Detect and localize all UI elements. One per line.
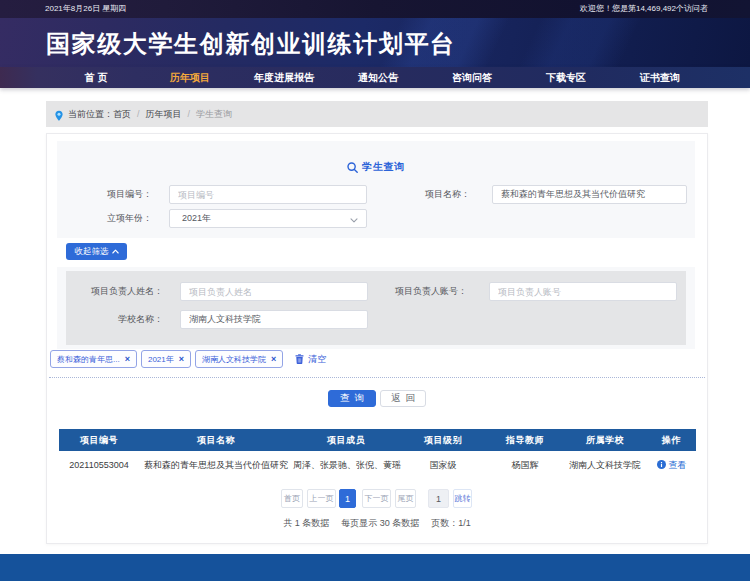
content-card: 学生查询 项目编号： 项目名称： 立项年份： 2021年 收起筛选 项目负责人姓… <box>46 133 708 544</box>
school-input[interactable] <box>180 310 368 329</box>
summary-per-page: 每页显示 30 条数据 <box>341 517 419 530</box>
breadcrumb-separator: / <box>188 109 191 119</box>
visitor-counter: 欢迎您！您是第14,469,492个访问者 <box>580 0 708 18</box>
filter-tag-text: 2021年 <box>148 354 174 365</box>
page-first-button[interactable]: 首页 <box>281 489 303 508</box>
breadcrumb-section[interactable]: 历年项目 <box>146 108 182 121</box>
main-nav: 首 页 历年项目 年度进展报告 通知公告 咨询问答 下载专区 证书查询 <box>0 67 750 88</box>
table-row: 202110553004 蔡和森的青年思想及其当代价值研究 周泽、张景驰、张倪、… <box>59 451 696 479</box>
col-header-members: 项目成员 <box>293 429 399 451</box>
nav-item-downloads[interactable]: 下载专区 <box>519 67 613 88</box>
close-icon[interactable]: × <box>179 355 184 364</box>
project-name-input[interactable] <box>492 185 687 204</box>
col-header-teacher: 指导教师 <box>487 429 563 451</box>
nav-item-certificate[interactable]: 证书查询 <box>613 67 707 88</box>
view-link-label: 查看 <box>669 460 687 470</box>
year-select-value: 2021年 <box>182 210 211 227</box>
summary-pages: 页数：1/1 <box>431 517 471 530</box>
info-icon <box>657 460 666 469</box>
page-jump-input[interactable] <box>428 489 449 508</box>
col-header-code: 项目编号 <box>59 429 139 451</box>
chevron-down-icon <box>350 218 358 223</box>
leader-account-input[interactable] <box>489 282 677 301</box>
cell-project-name: 蔡和森的青年思想及其当代价值研究 <box>139 451 293 479</box>
filter-tags-row: 蔡和森的青年思... × 2021年 × 湖南人文科技学院 × 清空 <box>50 350 326 368</box>
view-link[interactable]: 查看 <box>657 460 687 470</box>
nav-item-qa[interactable]: 咨询问答 <box>425 67 519 88</box>
cell-action: 查看 <box>647 451 696 479</box>
breadcrumb-separator: / <box>137 109 140 119</box>
filter-tag-text: 湖南人文科技学院 <box>202 354 266 365</box>
trash-icon <box>295 354 304 364</box>
breadcrumb-current: 学生查询 <box>196 108 232 121</box>
leader-name-label: 项目负责人姓名： <box>66 282 163 301</box>
breadcrumb-prefix: 当前位置： <box>68 109 113 119</box>
page-prev-button[interactable]: 上一页 <box>307 489 336 508</box>
nav-item-past-projects[interactable]: 历年项目 <box>143 67 237 88</box>
page-jump-button[interactable]: 跳转 <box>453 489 472 508</box>
pagination: 首页 上一页 1 下一页 尾页 跳转 <box>281 489 472 508</box>
filter-tag: 湖南人文科技学院 × <box>195 350 283 368</box>
col-header-action: 操作 <box>647 429 696 451</box>
project-code-label: 项目编号： <box>57 185 152 204</box>
form-title: 学生查询 <box>362 160 405 174</box>
form-title-row: 学生查询 <box>57 160 695 174</box>
back-button[interactable]: 返回 <box>380 390 426 407</box>
nav-item-notices[interactable]: 通知公告 <box>331 67 425 88</box>
page-next-button[interactable]: 下一页 <box>362 489 391 508</box>
top-bar: 2021年8月26日 星期四 欢迎您！您是第14,469,492个访问者 <box>0 0 750 18</box>
cell-teacher: 杨国辉 <box>487 451 563 479</box>
cell-project-code: 202110553004 <box>59 451 139 479</box>
results-summary: 共 1 条数据 每页显示 30 条数据 页数：1/1 <box>47 517 707 530</box>
site-title: 国家级大学生创新创业训练计划平台 <box>46 28 456 60</box>
close-icon[interactable]: × <box>125 355 130 364</box>
year-label: 立项年份： <box>57 209 152 228</box>
breadcrumb: 当前位置：首页 / 历年项目 / 学生查询 <box>46 101 708 127</box>
filter-tag-text: 蔡和森的青年思... <box>57 354 120 365</box>
breadcrumb-label: 当前位置：首页 <box>68 108 131 121</box>
filter-tag: 蔡和森的青年思... × <box>50 350 137 368</box>
current-date: 2021年8月26日 星期四 <box>45 0 126 18</box>
project-name-label: 项目名称： <box>370 185 470 204</box>
cell-members: 周泽、张景驰、张倪、黄瑶 <box>293 451 399 479</box>
summary-total: 共 1 条数据 <box>283 517 329 530</box>
school-label: 学校名称： <box>66 310 163 329</box>
page-current-button[interactable]: 1 <box>339 489 356 508</box>
cell-level: 国家级 <box>399 451 487 479</box>
collapse-filter-label: 收起筛选 <box>75 246 109 258</box>
clear-filters-button[interactable]: 清空 <box>295 353 326 366</box>
project-code-input[interactable] <box>169 185 367 204</box>
filter-tag: 2021年 × <box>141 350 191 368</box>
breadcrumb-home[interactable]: 首页 <box>113 109 131 119</box>
dashed-divider <box>49 377 705 378</box>
close-icon[interactable]: × <box>271 355 276 364</box>
form-actions: 查询 返回 <box>47 390 707 407</box>
query-button[interactable]: 查询 <box>328 390 376 407</box>
page-footer <box>0 554 750 581</box>
clear-filters-label: 清空 <box>308 353 326 366</box>
chevron-up-icon <box>112 249 119 254</box>
col-header-name: 项目名称 <box>139 429 293 451</box>
search-icon <box>347 162 358 173</box>
nav-item-annual-report[interactable]: 年度进展报告 <box>237 67 331 88</box>
search-form-panel: 学生查询 项目编号： 项目名称： 立项年份： 2021年 <box>57 141 695 238</box>
col-header-level: 项目级别 <box>399 429 487 451</box>
cell-school: 湖南人文科技学院 <box>563 451 647 479</box>
location-pin-icon <box>55 110 63 122</box>
col-header-school: 所属学校 <box>563 429 647 451</box>
collapse-filter-button[interactable]: 收起筛选 <box>66 243 127 260</box>
page-last-button[interactable]: 尾页 <box>395 489 416 508</box>
table-header-row: 项目编号 项目名称 项目成员 项目级别 指导教师 所属学校 操作 <box>59 429 696 451</box>
advanced-filter-panel: 项目负责人姓名： 项目负责人账号： 学校名称： <box>57 267 695 349</box>
site-banner: 国家级大学生创新创业训练计划平台 <box>0 18 750 67</box>
nav-item-home[interactable]: 首 页 <box>49 67 143 88</box>
leader-account-label: 项目负责人账号： <box>367 282 467 301</box>
advanced-filter-inner: 项目负责人姓名： 项目负责人账号： 学校名称： <box>66 271 686 345</box>
leader-name-input[interactable] <box>180 282 368 301</box>
year-select[interactable]: 2021年 <box>169 209 367 228</box>
results-table: 项目编号 项目名称 项目成员 项目级别 指导教师 所属学校 操作 2021105… <box>59 429 696 479</box>
